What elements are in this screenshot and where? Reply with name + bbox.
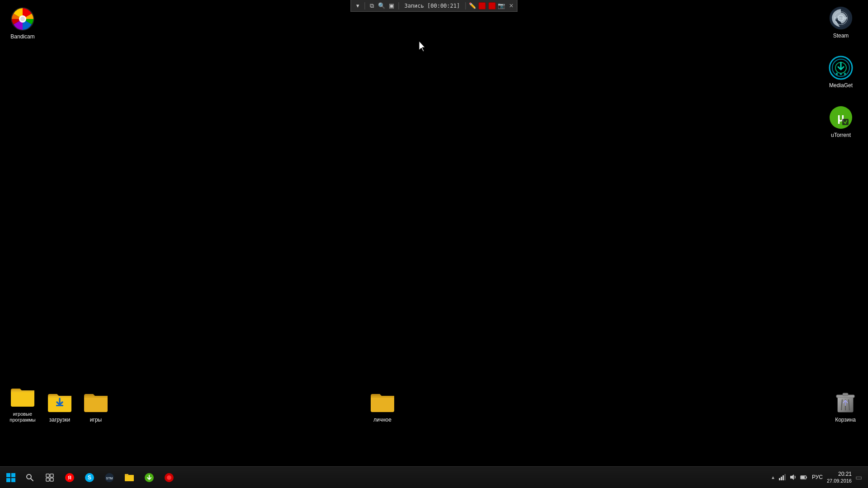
- recycle-svg: [834, 390, 857, 414]
- search-button[interactable]: [20, 468, 40, 488]
- desktop-icon-utorrent[interactable]: μ uTorrent: [823, 103, 859, 140]
- sound-svg: [789, 474, 797, 481]
- bandicam-icon-image: [10, 6, 35, 32]
- yandex-browser-icon: Я: [64, 472, 75, 483]
- steam-svg-icon: STEAM: [829, 6, 853, 30]
- file-explorer-button[interactable]: [119, 468, 139, 488]
- steam-label: Steam: [833, 33, 849, 39]
- toolbar-pencil-icon[interactable]: ✏️: [468, 2, 476, 10]
- svg-rect-40: [125, 474, 128, 476]
- network-svg: [778, 474, 786, 481]
- recording-timer: Запись [00:00:21]: [401, 3, 462, 9]
- mediaget-svg: [829, 56, 853, 80]
- folder-svg-lichnoe: [371, 392, 394, 412]
- svg-text:S: S: [88, 474, 91, 481]
- mediaget-icon-image: [828, 55, 854, 80]
- system-tray: ▲ РУС: [771, 471, 866, 484]
- power-tray-icon[interactable]: [800, 473, 808, 481]
- svg-point-43: [167, 475, 171, 480]
- start-button[interactable]: [2, 469, 20, 487]
- lichnoe-icon-image: [370, 389, 395, 415]
- toolbar-copy-icon[interactable]: ⧉: [368, 2, 376, 10]
- svg-text:STEAM: STEAM: [835, 16, 848, 20]
- svg-line-28: [31, 479, 33, 481]
- igry-icon-image: [83, 389, 108, 415]
- power-svg: [800, 474, 807, 481]
- svg-text:STM: STM: [106, 476, 113, 479]
- steam-taskbar-icon: STM: [104, 472, 115, 483]
- downloads-taskbar-icon: [144, 472, 155, 483]
- svg-rect-23: [6, 473, 10, 477]
- svg-rect-19: [843, 393, 848, 396]
- svg-rect-31: [46, 478, 49, 481]
- svg-rect-25: [6, 478, 10, 482]
- zagruzki-icon-image: [47, 389, 72, 415]
- desktop-icon-steam[interactable]: STEAM Steam: [823, 4, 859, 41]
- mouse-cursor: [419, 41, 428, 52]
- notification-button[interactable]: ▭: [854, 473, 863, 481]
- svg-rect-39: [125, 475, 134, 481]
- file-explorer-icon: [124, 472, 135, 483]
- desktop-icon-lichnoe[interactable]: личное: [364, 388, 401, 425]
- system-clock[interactable]: 20:21 27.09.2016: [827, 471, 852, 484]
- task-view-icon: [46, 474, 54, 482]
- svg-rect-11: [844, 73, 846, 75]
- svg-rect-15: [56, 405, 63, 406]
- desktop-icon-igry[interactable]: игры: [78, 388, 114, 425]
- korzina-label: Корзина: [835, 417, 856, 423]
- svg-rect-10: [840, 73, 842, 75]
- svg-rect-32: [50, 478, 53, 481]
- svg-rect-49: [806, 477, 807, 478]
- svg-rect-9: [836, 73, 838, 75]
- korzina-icon-image: [833, 389, 858, 415]
- igrovye-icon-image: [10, 384, 35, 409]
- svg-rect-24: [11, 473, 15, 477]
- toolbar-dropdown[interactable]: ▾: [354, 2, 362, 10]
- toolbar-pause-button[interactable]: [488, 2, 495, 9]
- bandicam-toolbar: ▾ ⧉ 🔍 ▣ Запись [00:00:21] ✏️ 📷 ×: [350, 0, 517, 12]
- clock-date: 27.09.2016: [827, 478, 852, 484]
- steam-taskbar-button[interactable]: STM: [99, 468, 119, 488]
- svg-rect-46: [783, 475, 784, 480]
- utorrent-svg: μ: [829, 105, 853, 130]
- folder-svg-igry: [84, 392, 108, 412]
- desktop-icon-bandicam[interactable]: Bandicam: [5, 5, 41, 42]
- folder-svg-zagruzki: [48, 392, 71, 412]
- task-view-button[interactable]: [40, 468, 60, 488]
- skype-button[interactable]: S: [80, 468, 99, 488]
- svg-rect-47: [784, 474, 786, 480]
- recording-indicator-button[interactable]: [159, 468, 179, 488]
- skype-icon: S: [84, 472, 95, 483]
- lichnoe-label: личное: [373, 417, 392, 423]
- toolbar-camera-icon[interactable]: 📷: [497, 2, 505, 10]
- taskbar: Я S STM: [0, 466, 868, 488]
- windows-logo-icon: [6, 473, 16, 483]
- tray-expand-button[interactable]: ▲: [771, 475, 775, 480]
- language-indicator[interactable]: РУС: [811, 474, 824, 480]
- toolbar-monitor-icon[interactable]: ▣: [387, 2, 396, 10]
- toolbar-close-button[interactable]: ×: [508, 2, 514, 10]
- toolbar-stop-button[interactable]: [478, 2, 486, 9]
- zagruzki-label: загрузки: [49, 417, 71, 423]
- toolbar-zoom-icon[interactable]: 🔍: [377, 2, 386, 10]
- svg-rect-45: [781, 477, 782, 480]
- desktop-icon-zagruzki[interactable]: загрузки: [42, 388, 78, 425]
- network-tray-icon[interactable]: [778, 473, 786, 481]
- desktop-icon-mediaget[interactable]: MediaGet: [823, 53, 859, 90]
- igry-label: игры: [90, 417, 102, 423]
- igrovye-label: игровые программы: [6, 411, 39, 423]
- svg-text:Я: Я: [68, 475, 71, 480]
- desktop-icon-korzina[interactable]: Корзина: [827, 388, 863, 425]
- bandicam-svg: [11, 7, 34, 31]
- svg-point-2: [20, 17, 25, 21]
- sound-tray-icon[interactable]: [789, 473, 797, 481]
- svg-rect-26: [11, 478, 15, 482]
- desktop-icon-igrovye[interactable]: игровые программы: [5, 382, 41, 425]
- yandex-browser-button[interactable]: Я: [60, 468, 80, 488]
- utorrent-icon-image: μ: [828, 105, 854, 130]
- downloads-button[interactable]: [139, 468, 159, 488]
- svg-rect-30: [50, 474, 53, 477]
- svg-rect-29: [46, 474, 49, 477]
- bandicam-label: Bandicam: [10, 33, 34, 40]
- folder-svg-igrovye: [11, 387, 34, 407]
